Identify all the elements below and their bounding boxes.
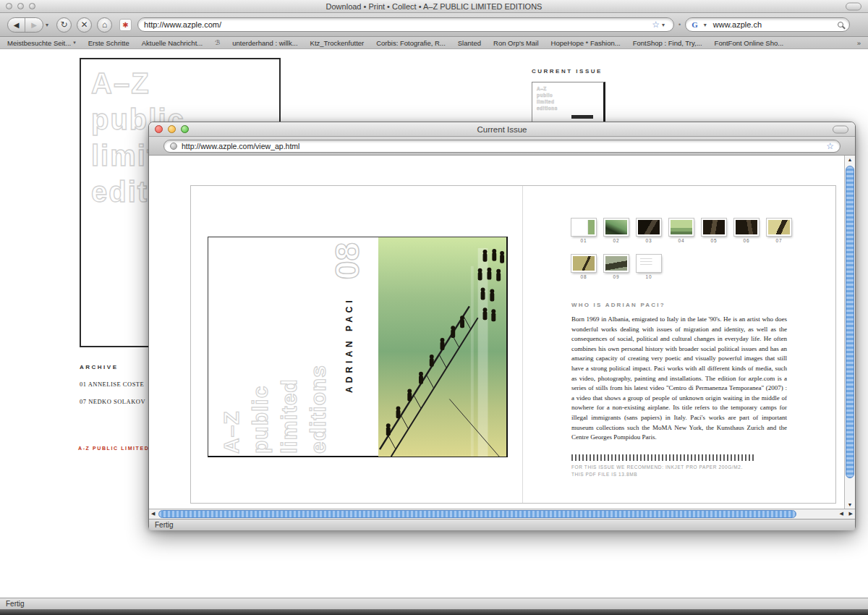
bookmark-star-icon[interactable]: ☆ bbox=[652, 20, 660, 30]
front-status-bar: Fertig bbox=[149, 519, 855, 530]
vertical-scrollbar[interactable]: ▲ ▼ bbox=[844, 156, 855, 509]
search-field-value[interactable]: www.azple.ch bbox=[713, 20, 834, 29]
bookmark-item-ron-orp[interactable]: Ron Orp's Mail bbox=[493, 39, 539, 47]
cover-logo-rotated: A–Z public limited editions bbox=[217, 242, 336, 454]
vertical-scroll-thumb[interactable] bbox=[846, 166, 854, 478]
thumbnail-05[interactable]: 05 bbox=[702, 219, 726, 243]
thumbnail-06-image[interactable] bbox=[734, 219, 759, 236]
thumbnail-01[interactable]: 01 bbox=[571, 219, 596, 243]
close-button[interactable] bbox=[155, 125, 163, 133]
bookmark-item-fontfont[interactable]: FontFont Online Sho... bbox=[715, 39, 784, 47]
google-engine-icon[interactable]: G bbox=[692, 20, 698, 29]
desktop: Download • Print • Collect • A–Z PUBLIC … bbox=[0, 0, 868, 615]
back-status-text: Fertig bbox=[6, 600, 25, 608]
thumbnail-row-1: 01 02 03 04 bbox=[571, 219, 791, 243]
cover-artwork-image bbox=[378, 237, 506, 457]
bookmark-item-slanted[interactable]: Slanted bbox=[458, 39, 481, 47]
pdf-size-note: THIS PDF FILE IS 13.8MB bbox=[571, 472, 637, 477]
zoom-button[interactable] bbox=[29, 3, 35, 9]
scroll-left-arrow[interactable]: ◀ bbox=[151, 511, 155, 517]
artist-name: ADRIAN PACI bbox=[344, 297, 354, 393]
toolbar-toggle-button[interactable] bbox=[846, 2, 861, 10]
thumbnail-10[interactable]: 10 bbox=[637, 255, 661, 279]
bookmark-item-meistbesuchte[interactable]: Meistbesuchte Seit... ▾ bbox=[7, 39, 76, 47]
bookmark-item-fontshop[interactable]: FontShop : Find, Try,... bbox=[633, 39, 702, 47]
search-magnifier-icon[interactable] bbox=[838, 22, 843, 27]
current-issue-block: CURRENT ISSUE A–Z public limited edition… bbox=[532, 68, 605, 123]
current-issue-heading: CURRENT ISSUE bbox=[532, 68, 605, 75]
front-address-bar[interactable]: http://www.azple.com/view_ap.html ☆ bbox=[163, 140, 841, 153]
archive-item-anneliese-coste[interactable]: 01 ANNELISE COSTE bbox=[80, 381, 145, 388]
scroll-left-arrow-right-end[interactable]: ◀ bbox=[840, 511, 843, 517]
address-bar-value[interactable]: http://www.azple.com/ bbox=[144, 20, 652, 29]
page-gutter-line bbox=[522, 186, 523, 503]
thumbnail-03[interactable]: 03 bbox=[637, 219, 661, 243]
horizontal-scroll-thumb[interactable] bbox=[158, 510, 796, 518]
search-field[interactable]: G ▾ www.azple.ch bbox=[685, 17, 850, 32]
minimize-button[interactable] bbox=[168, 125, 176, 133]
toolbar-separator-dot: • bbox=[678, 21, 681, 28]
back-button[interactable]: ◀ bbox=[8, 18, 25, 32]
thumbnail-03-image[interactable] bbox=[637, 219, 661, 236]
thumbnail-04[interactable]: 04 bbox=[669, 219, 694, 243]
scroll-right-arrow[interactable]: ▶ bbox=[849, 511, 853, 517]
bookmark-item-erste-schritte[interactable]: Erste Schritte bbox=[88, 39, 129, 47]
thumbnail-02[interactable]: 02 bbox=[604, 219, 629, 243]
bookmark-dropdown-icon[interactable]: ▾ bbox=[662, 22, 665, 28]
back-status-bar: Fertig bbox=[0, 598, 868, 609]
thumbnail-08-image[interactable] bbox=[571, 255, 596, 272]
folder-dropdown-icon: ▾ bbox=[73, 40, 76, 46]
bookmark-star-icon[interactable]: ☆ bbox=[826, 141, 834, 151]
scroll-up-arrow[interactable]: ▲ bbox=[845, 157, 855, 162]
front-traffic-lights bbox=[155, 125, 189, 133]
back-window-title: Download • Print • Collect • A–Z PUBLIC … bbox=[0, 2, 868, 11]
history-dropdown-icon[interactable]: ▾ bbox=[46, 22, 48, 28]
bookmark-item-aktuelle-nachrichten[interactable]: Aktuelle Nachricht... bbox=[142, 39, 203, 47]
paper-recommendation-note: FOR THIS ISSUE WE RECOMMEND: INKJET PRO … bbox=[571, 465, 743, 470]
close-button[interactable] bbox=[6, 3, 12, 9]
bookmark-item-corbis[interactable]: Corbis: Fotografie, R... bbox=[376, 39, 446, 47]
thumbnail-04-image[interactable] bbox=[669, 219, 694, 236]
toolbar-toggle-button[interactable] bbox=[833, 125, 848, 133]
back-traffic-lights bbox=[6, 3, 35, 9]
thumbnail-01-image[interactable] bbox=[571, 219, 596, 236]
bookmarks-overflow-chevron[interactable]: » bbox=[857, 39, 861, 47]
forward-button[interactable]: ▶ bbox=[25, 18, 43, 32]
search-engine-dropdown-icon[interactable]: ▾ bbox=[704, 22, 707, 28]
bookmark-item-ktz-trockenfutter[interactable]: Ktz_Trockenfutter bbox=[310, 39, 365, 47]
back-window-titlebar[interactable]: Download • Print • Collect • A–Z PUBLIC … bbox=[0, 0, 868, 13]
thumbnail-05-image[interactable] bbox=[702, 219, 726, 236]
thumbnail-08[interactable]: 08 bbox=[571, 255, 596, 279]
thumbnail-02-image[interactable] bbox=[604, 219, 629, 236]
thumbnail-06[interactable]: 06 bbox=[734, 219, 759, 243]
thumbnail-10-image[interactable] bbox=[637, 255, 661, 272]
thumbnail-09[interactable]: 09 bbox=[604, 255, 629, 279]
horizontal-scrollbar[interactable]: ◀ ◀ ▶ bbox=[149, 509, 855, 519]
minimize-button[interactable] bbox=[17, 3, 24, 9]
barcode-graphic bbox=[571, 454, 754, 461]
scroll-down-arrow[interactable]: ▼ bbox=[845, 502, 855, 507]
front-address-value[interactable]: http://www.azple.com/view_ap.html bbox=[182, 142, 822, 150]
bookmark-item-hopehope[interactable]: HopeHope * Fashion... bbox=[551, 39, 621, 47]
article-heading: WHO IS ADRIAN PACI? bbox=[571, 302, 665, 308]
live-bookmark-icon[interactable]: ℬ bbox=[215, 39, 220, 46]
issue-number: 08 bbox=[331, 242, 363, 279]
zoom-button[interactable] bbox=[181, 125, 189, 133]
bookmark-item-unterderhand[interactable]: unterderhand : willk... bbox=[232, 39, 297, 47]
thumbnail-09-image[interactable] bbox=[604, 255, 629, 272]
front-window-titlebar[interactable]: Current Issue bbox=[149, 122, 855, 137]
logo-line-1: A–Z bbox=[91, 65, 279, 101]
current-issue-thumbnail[interactable]: A–Z public limited editions bbox=[532, 82, 605, 123]
stop-button[interactable]: ✕ bbox=[77, 17, 92, 33]
staircase-silhouette-graphic bbox=[378, 237, 506, 457]
thumbnail-07-image[interactable] bbox=[767, 219, 791, 236]
archive-block: ARCHIVE 01 ANNELISE COSTE 07 NEDKO SOLAK… bbox=[80, 364, 145, 405]
front-window-title: Current Issue bbox=[149, 125, 855, 134]
thumbnail-07[interactable]: 07 bbox=[767, 219, 791, 243]
back-navigation-toolbar: ◀ ▶ ▾ ↻ ✕ ⌂ ✱ http://www.azple.com/ ☆ ▾ … bbox=[0, 13, 868, 37]
archive-item-nedko-solakov[interactable]: 07 NEDKO SOLAKOV bbox=[80, 398, 145, 405]
home-button[interactable]: ⌂ bbox=[97, 17, 112, 33]
address-bar[interactable]: http://www.azple.com/ ☆ ▾ bbox=[137, 17, 674, 32]
front-page-content: A–Z public limited editions ADRIAN PACI … bbox=[149, 156, 855, 509]
reload-button[interactable]: ↻ bbox=[56, 17, 72, 33]
